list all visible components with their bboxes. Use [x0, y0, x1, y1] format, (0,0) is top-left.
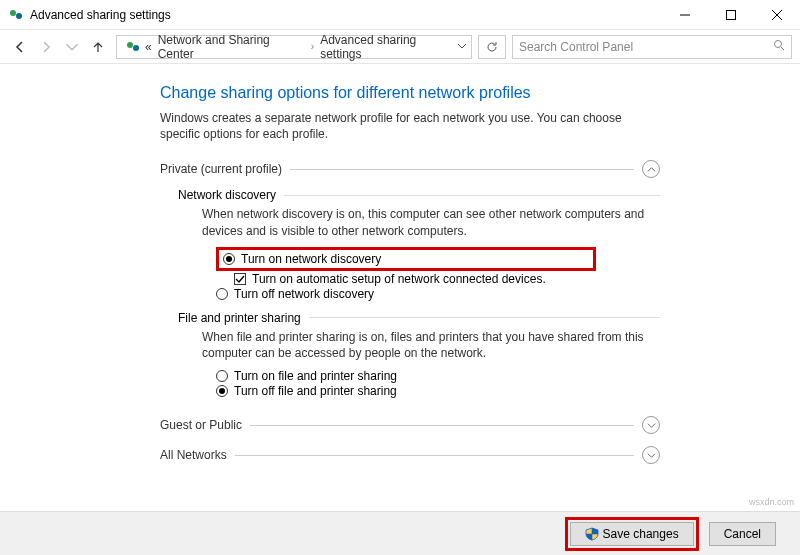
- nav-row: « Network and Sharing Center › Advanced …: [0, 30, 800, 64]
- network-discovery-description: When network discovery is on, this compu…: [202, 206, 660, 238]
- up-button[interactable]: [86, 35, 110, 59]
- checkbox-auto-setup-row: Turn on automatic setup of network conne…: [234, 272, 660, 286]
- breadcrumb-prefix: «: [145, 40, 152, 54]
- address-bar[interactable]: « Network and Sharing Center › Advanced …: [116, 35, 472, 59]
- window-title: Advanced sharing settings: [30, 8, 171, 22]
- radio-fp-on-row: Turn on file and printer sharing: [216, 369, 660, 383]
- chevron-right-icon: ›: [311, 41, 314, 52]
- chevron-up-icon[interactable]: [642, 160, 660, 178]
- close-button[interactable]: [754, 0, 800, 29]
- svg-rect-3: [727, 10, 736, 19]
- divider: [290, 169, 634, 170]
- divider: [250, 425, 634, 426]
- minimize-button[interactable]: [662, 0, 708, 29]
- back-button[interactable]: [8, 35, 32, 59]
- forward-button[interactable]: [34, 35, 58, 59]
- section-all-networks[interactable]: All Networks: [160, 446, 660, 464]
- svg-point-7: [133, 45, 139, 51]
- network-discovery-options: Turn on network discovery Turn on automa…: [216, 247, 660, 301]
- radio-fp-off-label: Turn off file and printer sharing: [234, 384, 397, 398]
- file-printer-heading: File and printer sharing: [178, 311, 301, 325]
- save-button-label: Save changes: [603, 527, 679, 541]
- section-private[interactable]: Private (current profile): [160, 160, 660, 178]
- content: Change sharing options for different net…: [0, 64, 800, 464]
- page-title: Change sharing options for different net…: [160, 84, 660, 102]
- radio-nd-off-label: Turn off network discovery: [234, 287, 374, 301]
- search-input[interactable]: Search Control Panel: [512, 35, 792, 59]
- save-button[interactable]: Save changes: [570, 522, 694, 546]
- radio-fp-on[interactable]: [216, 370, 228, 382]
- radio-nd-on[interactable]: [223, 253, 235, 265]
- shield-icon: [585, 527, 599, 541]
- breadcrumb: « Network and Sharing Center › Advanced …: [145, 33, 457, 61]
- breadcrumb-item-2[interactable]: Advanced sharing settings: [320, 33, 457, 61]
- file-printer-options: Turn on file and printer sharing Turn of…: [216, 369, 660, 398]
- svg-point-1: [16, 13, 22, 19]
- checkbox-auto-setup-label: Turn on automatic setup of network conne…: [252, 272, 546, 286]
- radio-nd-off[interactable]: [216, 288, 228, 300]
- section-guest[interactable]: Guest or Public: [160, 416, 660, 434]
- highlight-save-button: Save changes: [565, 517, 699, 551]
- radio-fp-on-label: Turn on file and printer sharing: [234, 369, 397, 383]
- search-icon: [773, 39, 785, 54]
- svg-point-8: [775, 41, 782, 48]
- chevron-down-icon[interactable]: [642, 416, 660, 434]
- svg-line-9: [781, 47, 784, 50]
- cancel-button-label: Cancel: [724, 527, 761, 541]
- section-private-label: Private (current profile): [160, 162, 282, 176]
- network-discovery-heading: Network discovery: [178, 188, 276, 202]
- recent-dropdown[interactable]: [60, 35, 84, 59]
- section-all-label: All Networks: [160, 448, 227, 462]
- cancel-button[interactable]: Cancel: [709, 522, 776, 546]
- checkbox-auto-setup[interactable]: [234, 273, 246, 285]
- chevron-down-icon[interactable]: [642, 446, 660, 464]
- page-description: Windows creates a separate network profi…: [160, 110, 660, 142]
- subsection-network-discovery: Network discovery: [178, 188, 660, 202]
- refresh-button[interactable]: [478, 35, 506, 59]
- location-icon: [125, 39, 141, 55]
- bottom-bar: Save changes Cancel: [0, 511, 800, 555]
- subsection-file-printer: File and printer sharing: [178, 311, 660, 325]
- app-icon: [8, 7, 24, 23]
- svg-point-6: [127, 42, 133, 48]
- watermark: wsxdn.com: [749, 497, 794, 507]
- radio-nd-on-label: Turn on network discovery: [241, 252, 381, 266]
- divider: [284, 195, 660, 196]
- file-printer-description: When file and printer sharing is on, fil…: [202, 329, 660, 361]
- search-placeholder: Search Control Panel: [519, 40, 773, 54]
- titlebar: Advanced sharing settings: [0, 0, 800, 30]
- radio-fp-off-row: Turn off file and printer sharing: [216, 384, 660, 398]
- divider: [309, 317, 660, 318]
- section-guest-label: Guest or Public: [160, 418, 242, 432]
- radio-fp-off[interactable]: [216, 385, 228, 397]
- address-dropdown[interactable]: [457, 40, 467, 54]
- radio-nd-off-row: Turn off network discovery: [216, 287, 660, 301]
- window-controls: [662, 0, 800, 29]
- svg-point-0: [10, 10, 16, 16]
- breadcrumb-item-1[interactable]: Network and Sharing Center: [158, 33, 305, 61]
- highlight-turn-on-network-discovery: Turn on network discovery: [216, 247, 596, 271]
- divider: [235, 455, 634, 456]
- maximize-button[interactable]: [708, 0, 754, 29]
